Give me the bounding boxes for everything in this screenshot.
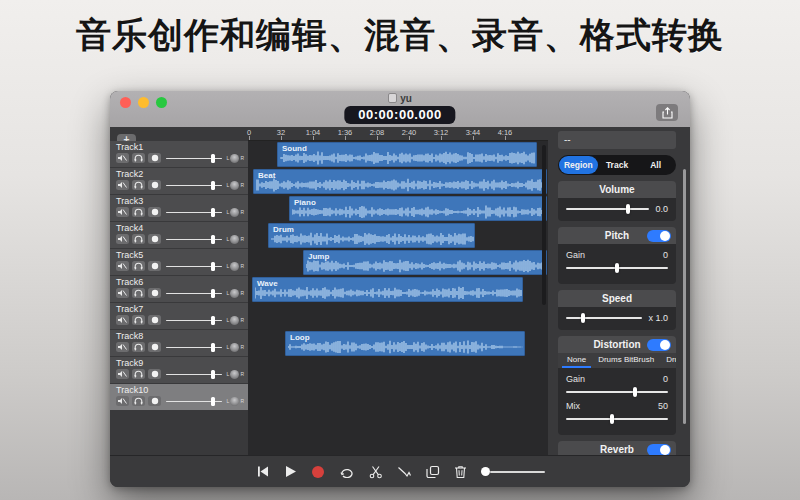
pan-knob[interactable] xyxy=(230,370,239,379)
preset-tab[interactable]: Drums BitBrush xyxy=(593,353,659,368)
distortion-toggle[interactable] xyxy=(647,339,671,351)
track-row[interactable]: Track4 xyxy=(110,222,248,249)
track-row[interactable]: Track9 xyxy=(110,357,248,384)
solo-headphones-button[interactable] xyxy=(132,261,145,271)
clip-area[interactable]: Sound Beat Piano Drum Jump Wave Loop xyxy=(248,141,548,455)
track-volume-slider[interactable] xyxy=(166,370,222,379)
solo-headphones-button[interactable] xyxy=(132,153,145,163)
record-arm-button[interactable] xyxy=(148,261,161,271)
track-volume-slider[interactable] xyxy=(166,289,222,298)
track-row[interactable]: Track10 xyxy=(110,384,248,411)
solo-headphones-button[interactable] xyxy=(132,288,145,298)
solo-headphones-button[interactable] xyxy=(132,234,145,244)
mute-button[interactable] xyxy=(116,288,129,298)
record-arm-button[interactable] xyxy=(148,180,161,190)
audio-clip[interactable]: Wave xyxy=(252,277,523,302)
record-arm-button[interactable] xyxy=(148,315,161,325)
track-volume-slider[interactable] xyxy=(166,208,222,217)
record-arm-button[interactable] xyxy=(148,396,161,406)
gain-slider[interactable] xyxy=(566,387,668,397)
mute-icon xyxy=(118,208,127,216)
record-button[interactable] xyxy=(311,465,325,479)
mute-button[interactable] xyxy=(116,207,129,217)
volume-slider[interactable] xyxy=(566,204,649,214)
segment-track[interactable]: Track xyxy=(598,156,637,174)
track-row[interactable]: Track6 xyxy=(110,276,248,303)
volume-slider-thumb[interactable] xyxy=(481,467,490,476)
mute-button[interactable] xyxy=(116,180,129,190)
record-arm-button[interactable] xyxy=(148,234,161,244)
delete-button[interactable] xyxy=(454,465,467,479)
record-arm-button[interactable] xyxy=(148,288,161,298)
audio-clip[interactable]: Beat xyxy=(253,169,547,194)
segment-all[interactable]: All xyxy=(636,156,675,174)
pan-knob[interactable] xyxy=(230,154,239,163)
timeline-scrollbar[interactable] xyxy=(542,145,546,305)
track-row[interactable]: Track5 xyxy=(110,249,248,276)
track-row[interactable]: Track2 xyxy=(110,168,248,195)
output-volume-slider[interactable] xyxy=(481,467,545,476)
record-arm-button[interactable] xyxy=(148,153,161,163)
fade-tool-button[interactable] xyxy=(397,465,412,478)
pan-knob[interactable] xyxy=(230,262,239,271)
waveform xyxy=(292,205,546,219)
pan-knob[interactable] xyxy=(230,397,239,406)
mix-slider[interactable] xyxy=(566,414,668,424)
solo-headphones-button[interactable] xyxy=(132,342,145,352)
track-row[interactable]: Track3 xyxy=(110,195,248,222)
solo-headphones-button[interactable] xyxy=(132,207,145,217)
track-row[interactable]: Track8 xyxy=(110,330,248,357)
track-row[interactable]: Track1 xyxy=(110,141,248,168)
pan-right-label: R xyxy=(240,371,244,377)
audio-clip[interactable]: Jump xyxy=(303,250,547,275)
track-volume-slider[interactable] xyxy=(166,262,222,271)
record-circle-icon xyxy=(151,370,159,378)
loop-button[interactable] xyxy=(339,465,355,478)
share-button[interactable] xyxy=(656,104,678,121)
copy-button[interactable] xyxy=(426,465,440,479)
pan-knob[interactable] xyxy=(230,208,239,217)
mute-button[interactable] xyxy=(116,234,129,244)
pitch-toggle[interactable] xyxy=(647,230,671,242)
inspector-scrollbar[interactable] xyxy=(683,169,686,424)
mute-button[interactable] xyxy=(116,315,129,325)
audio-clip[interactable]: Loop xyxy=(285,331,525,356)
track-volume-slider[interactable] xyxy=(166,181,222,190)
reverb-toggle[interactable] xyxy=(647,444,671,456)
mute-button[interactable] xyxy=(116,153,129,163)
record-arm-button[interactable] xyxy=(148,342,161,352)
gain-slider[interactable] xyxy=(566,263,668,273)
audio-clip[interactable]: Piano xyxy=(289,196,547,221)
mute-button[interactable] xyxy=(116,261,129,271)
preset-tab[interactable]: None xyxy=(562,353,591,368)
mute-button[interactable] xyxy=(116,369,129,379)
pan-knob[interactable] xyxy=(230,316,239,325)
pan-knob[interactable] xyxy=(230,343,239,352)
track-volume-slider[interactable] xyxy=(166,397,222,406)
cut-button[interactable] xyxy=(369,465,383,479)
segment-region[interactable]: Region xyxy=(559,156,598,174)
pan-knob[interactable] xyxy=(230,181,239,190)
track-volume-slider[interactable] xyxy=(166,154,222,163)
pan-knob[interactable] xyxy=(230,235,239,244)
track-volume-slider[interactable] xyxy=(166,343,222,352)
solo-headphones-button[interactable] xyxy=(132,396,145,406)
solo-headphones-button[interactable] xyxy=(132,180,145,190)
track-volume-slider[interactable] xyxy=(166,235,222,244)
speed-slider[interactable] xyxy=(566,313,642,323)
play-button[interactable] xyxy=(284,465,297,478)
track-volume-slider[interactable] xyxy=(166,316,222,325)
skip-to-start-button[interactable] xyxy=(256,465,270,478)
track-row[interactable]: Track7 xyxy=(110,303,248,330)
preset-tab[interactable]: Drums xyxy=(661,353,676,368)
mute-button[interactable] xyxy=(116,396,129,406)
scope-segmented-control: RegionTrackAll xyxy=(558,155,676,175)
audio-clip[interactable]: Sound xyxy=(277,142,537,167)
pan-knob[interactable] xyxy=(230,289,239,298)
record-arm-button[interactable] xyxy=(148,207,161,217)
audio-clip[interactable]: Drum xyxy=(268,223,475,248)
record-arm-button[interactable] xyxy=(148,369,161,379)
solo-headphones-button[interactable] xyxy=(132,369,145,379)
mute-button[interactable] xyxy=(116,342,129,352)
solo-headphones-button[interactable] xyxy=(132,315,145,325)
